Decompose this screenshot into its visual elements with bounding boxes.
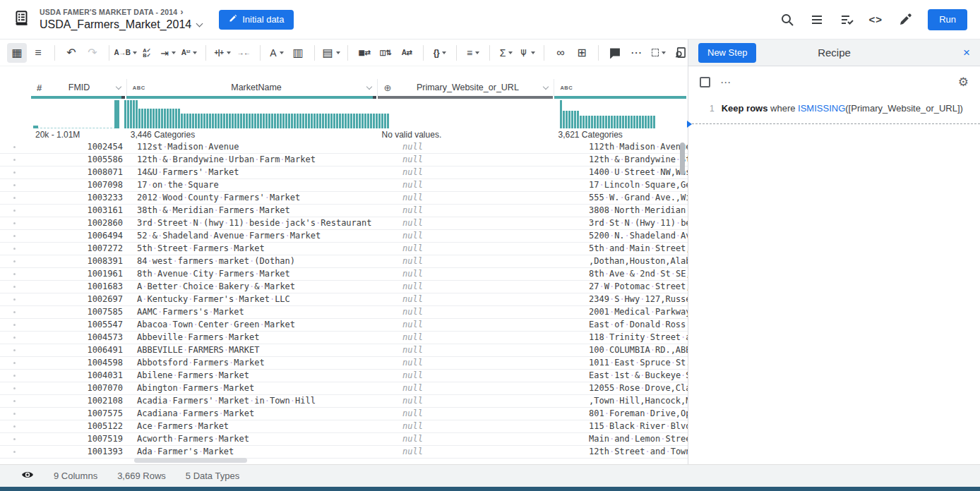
grid-cell[interactable]: 1005122 [31, 420, 131, 432]
table-row[interactable]: 1004031Abilene·Farmers·MarketnullEast·1s… [0, 370, 688, 382]
histogram-bar[interactable] [155, 109, 157, 128]
histogram-bar[interactable] [614, 116, 616, 128]
merge-button[interactable]: →← [234, 43, 253, 63]
histogram-bar[interactable] [178, 109, 180, 128]
grid-cell[interactable]: null [397, 332, 583, 344]
histogram-bar[interactable] [226, 114, 228, 128]
grid-cell[interactable]: 17·on·the·Square [131, 179, 397, 191]
grid-cell[interactable]: 801·Foreman·Drive,Op [583, 408, 688, 420]
run-button[interactable]: Run [928, 9, 967, 30]
histogram-bar[interactable] [560, 100, 562, 128]
histogram-bar[interactable] [172, 109, 174, 128]
grid-cell[interactable]: 17·Lincoln·Square,Ge [583, 179, 688, 191]
undo-button[interactable]: ↶ [61, 43, 81, 63]
histogram-bar[interactable] [628, 116, 630, 128]
grid-cell[interactable]: Abington·Farmers·Market [131, 382, 397, 394]
grid-cell[interactable]: 1005586 [31, 154, 131, 166]
grid-cell[interactable]: 2349·S·Hwy·127,Russe [583, 293, 688, 305]
grid-cell[interactable]: 2012·Wood·County·Farmers'·Market [131, 192, 397, 204]
grid-cell[interactable]: 1008071 [31, 166, 131, 178]
grid-cell[interactable]: null [397, 154, 583, 166]
table-row[interactable]: 1006491ABBEVILLE·FARMERS·MARKETnull100·C… [0, 344, 688, 357]
histogram-bar[interactable] [647, 116, 650, 128]
grid-cell[interactable]: 1007098 [31, 179, 131, 191]
histogram-bar[interactable] [265, 114, 268, 128]
histogram-bar[interactable] [378, 114, 381, 128]
histogram-bar[interactable] [215, 114, 217, 128]
histogram-bar[interactable] [642, 116, 644, 128]
grid-cell[interactable]: 3rd·Street·N·(hwy·11)·beside·jack's·Rest… [131, 217, 397, 229]
more-button[interactable]: ⋯ [626, 43, 646, 63]
histogram-bar[interactable] [251, 114, 253, 128]
table-row[interactable]: 100558612th·&·Brandywine·Urban·Farm·Mark… [0, 154, 688, 166]
column-menu-chevron-icon[interactable] [366, 83, 372, 89]
select-all-checkbox[interactable] [700, 77, 710, 87]
histogram-bar[interactable] [330, 114, 333, 128]
grid-cell[interactable]: 5th·and·Main·Street, [583, 243, 688, 255]
split-button[interactable]: +|+ [213, 43, 232, 63]
histogram-bar[interactable] [268, 114, 270, 128]
row-marker[interactable] [0, 281, 31, 293]
histogram-bar[interactable] [206, 114, 208, 128]
grid-cell[interactable]: null [397, 395, 583, 407]
histogram-bar[interactable] [577, 111, 579, 128]
column-histogram[interactable] [123, 99, 388, 129]
histogram-bar[interactable] [299, 114, 301, 128]
row-marker[interactable] [0, 357, 31, 369]
histogram-bar[interactable] [260, 114, 262, 128]
row-marker[interactable] [0, 319, 31, 331]
grid-cell[interactable]: 1006491 [31, 344, 131, 356]
standardize-button[interactable]: A✓ B✓ [137, 43, 157, 63]
histogram-bar[interactable] [582, 116, 585, 128]
column-count[interactable]: 9 Columns [54, 471, 97, 481]
histogram-bar[interactable] [585, 116, 587, 128]
grid-cell[interactable]: null [397, 408, 583, 420]
histogram-bar[interactable] [158, 109, 160, 128]
row-marker[interactable] [0, 382, 31, 394]
grid-cell[interactable]: 112th·Madison·Avenue [583, 141, 688, 153]
histogram-bar[interactable] [373, 114, 375, 128]
histogram-bar[interactable] [240, 114, 242, 128]
histogram-bar[interactable] [136, 100, 138, 128]
histogram-bar[interactable] [167, 109, 169, 128]
table-row[interactable]: 1005122Ace·Farmers·Marketnull115·Black·R… [0, 420, 688, 433]
histogram-bar[interactable] [633, 116, 635, 128]
grid-cell[interactable]: null [397, 370, 583, 382]
grid-cell[interactable]: null [397, 243, 583, 255]
chevron-down-icon[interactable] [196, 20, 203, 27]
grid-cell[interactable]: 84·west·farmers·market·(Dothan) [131, 255, 397, 267]
grid-cell[interactable]: 5th·Street·Farmers·Market [131, 243, 397, 255]
transpose-button[interactable]: ◫⇅ [376, 43, 395, 63]
histogram-bar[interactable] [364, 114, 366, 128]
grid-cell[interactable]: 27·W·Potomac·Street, [583, 281, 688, 293]
row-marker[interactable] [0, 230, 31, 242]
histogram-bar[interactable] [229, 114, 231, 128]
row-marker[interactable] [0, 166, 31, 178]
histogram-bar[interactable] [130, 100, 132, 128]
grid-cell[interactable]: 1002108 [31, 395, 131, 407]
eyedropper-icon[interactable] [898, 13, 912, 27]
table-row[interactable]: 10072725th·Street·Farmers·Marketnull5th·… [0, 243, 688, 255]
breadcrumb[interactable]: USDA FAMER'S MARKET DATA - 2014 › [40, 7, 202, 18]
grid-cell[interactable]: 1003233 [31, 192, 131, 204]
histogram-bar[interactable] [639, 116, 641, 128]
histogram-bar[interactable] [336, 114, 338, 128]
row-marker[interactable] [0, 141, 31, 153]
column-header-FMID[interactable]: #FMID [31, 79, 126, 96]
histogram-bar[interactable] [181, 114, 183, 128]
table-row[interactable]: 1001393Ada·Farmer's·Marketnull12th·Stree… [0, 446, 688, 459]
histogram-bar[interactable] [285, 114, 287, 128]
histogram-bar[interactable] [274, 114, 276, 128]
grid-view-button[interactable]: ▦ [7, 43, 27, 63]
table-row[interactable]: 100807114&U·Farmers'·Marketnull1400·U·St… [0, 166, 688, 179]
join-button[interactable]: ∞ [551, 43, 570, 63]
table-row[interactable]: 1007070Abington·Farmers·Marketnull12055·… [0, 382, 688, 395]
row-marker[interactable] [0, 395, 31, 407]
grid-cell[interactable]: null [397, 268, 583, 280]
filter-rows-button[interactable]: ≡ [463, 43, 483, 63]
histogram-bar[interactable] [198, 114, 200, 128]
eye-icon[interactable] [21, 470, 34, 482]
row-marker[interactable] [0, 268, 31, 280]
grid-cell[interactable]: A·Better·Choice·Bakery·&·Market [131, 281, 397, 293]
table-row[interactable]: 1002108Acadia·Farmers'·Market·in·Town·Hi… [0, 395, 688, 408]
